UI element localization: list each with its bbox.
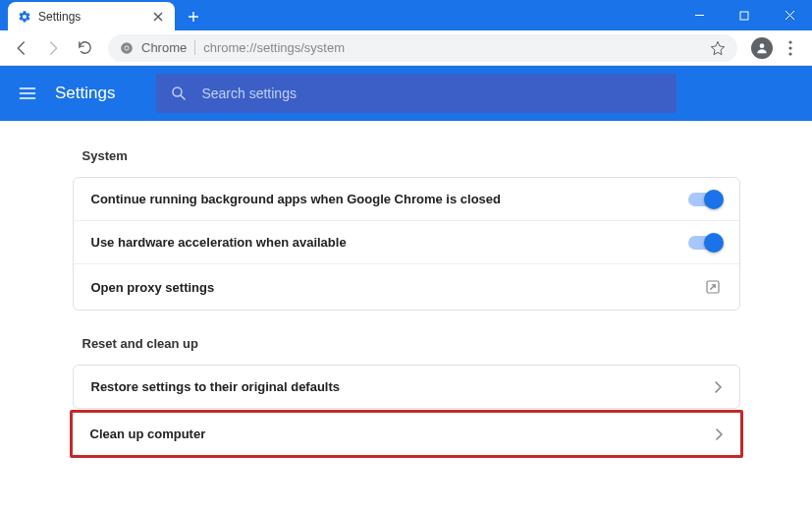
window-controls [677,0,812,30]
new-tab-button[interactable] [181,4,206,29]
row-label: Open proxy settings [91,280,704,295]
window-titlebar: Settings [0,0,812,30]
row-proxy-settings[interactable]: Open proxy settings [74,264,739,310]
svg-point-6 [788,46,791,49]
svg-point-5 [788,40,791,43]
svg-point-7 [788,52,791,55]
close-window-button[interactable] [767,0,812,30]
settings-search[interactable] [156,74,677,113]
reset-card: Restore settings to their original defau… [73,365,740,409]
minimize-button[interactable] [677,0,722,30]
url-scheme-label: Chrome [141,40,195,55]
bookmark-star-icon[interactable] [710,40,726,56]
forward-button[interactable] [39,34,67,62]
profile-avatar[interactable] [751,37,773,59]
cleanup-highlight: Clean up computer [70,410,743,458]
row-label: Clean up computer [90,427,715,441]
chevron-right-icon [714,381,722,393]
back-button[interactable] [8,34,35,62]
chrome-icon [120,41,134,55]
row-hardware-accel: Use hardware acceleration when available [74,221,739,264]
system-card: Continue running background apps when Go… [73,177,740,311]
settings-header: Settings [0,66,812,121]
section-title-system: System [82,148,731,163]
search-input[interactable] [201,85,663,101]
row-label: Continue running background apps when Go… [91,192,688,206]
tab-title: Settings [38,10,144,24]
settings-content[interactable]: System Continue running background apps … [0,121,812,512]
chevron-right-icon [715,428,723,440]
address-bar: Chrome chrome://settings/system [0,30,812,66]
row-background-apps: Continue running background apps when Go… [74,178,739,221]
toggle-hardware-accel[interactable] [688,236,722,250]
search-icon [170,85,188,102]
browser-tab[interactable]: Settings [8,2,175,30]
svg-point-3 [125,46,129,50]
row-restore-defaults[interactable]: Restore settings to their original defau… [74,366,739,408]
toggle-background-apps[interactable] [688,193,722,206]
row-label: Restore settings to their original defau… [91,379,714,394]
section-title-reset: Reset and clean up [82,336,731,351]
browser-menu-button[interactable] [777,34,804,62]
row-label: Use hardware acceleration when available [91,235,688,250]
close-icon[interactable] [151,10,165,24]
gear-icon [18,10,31,24]
page-title: Settings [55,84,115,103]
reload-button[interactable] [71,34,98,62]
url-text: chrome://settings/system [203,40,702,55]
svg-point-4 [760,43,765,48]
row-clean-up-computer[interactable]: Clean up computer [73,413,740,455]
external-link-icon [704,278,722,296]
hamburger-menu-icon[interactable] [18,84,37,103]
svg-rect-0 [740,12,748,20]
svg-point-8 [173,87,182,96]
maximize-button[interactable] [722,0,767,30]
omnibox[interactable]: Chrome chrome://settings/system [108,34,737,62]
